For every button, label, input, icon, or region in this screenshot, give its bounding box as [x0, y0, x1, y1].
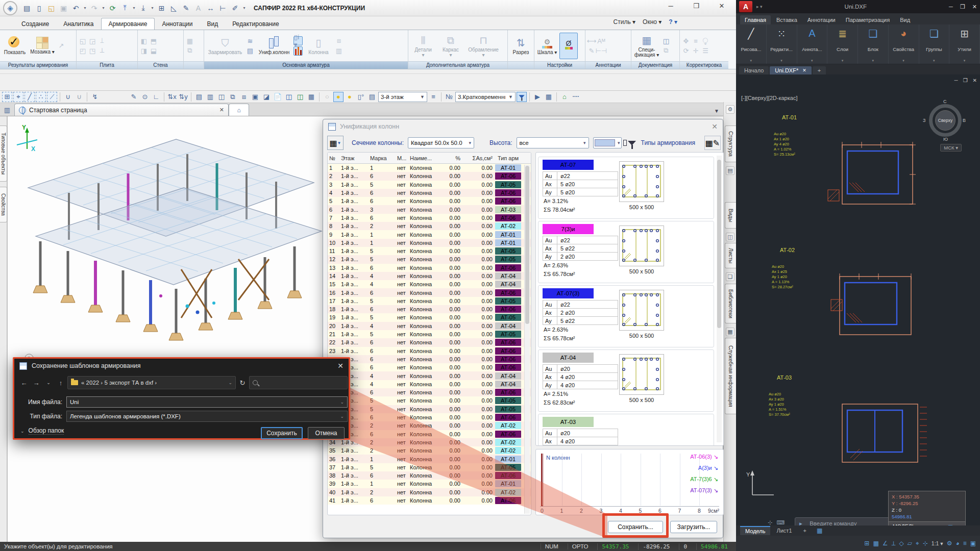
acad-panel-Рисова...[interactable]: ╱Рисова...▾ [736, 24, 767, 64]
table-row[interactable]: 191-й э...5нетКолонна0.000.00АТ-05 [328, 313, 531, 321]
object-snap-icon[interactable]: ⌖ [916, 540, 919, 547]
panel-gear-icon[interactable]: ⚙ [726, 105, 734, 114]
panel-sheet-icon[interactable]: ◫ [726, 233, 734, 241]
toolbar-overflow-icon[interactable]: ᠁ [571, 92, 581, 102]
ribbon-tab-Аннотации[interactable]: Аннотации [155, 18, 200, 30]
save-dialog-close-icon[interactable]: ✕ [337, 362, 344, 370]
column-button[interactable]: ▯ Колонна [304, 36, 333, 55]
table-row[interactable]: 401-й э...2нетКолонна0.000.00АТ-02 [328, 488, 531, 496]
acad-panel-Свойства[interactable]: ◕Свойства▾ [889, 24, 919, 64]
redo-arrow-icon[interactable]: ▾ [101, 3, 106, 13]
maximize-icon[interactable]: ❒ [689, 2, 703, 10]
ribbon-tab-Редактирование[interactable]: Редактирование [225, 18, 286, 30]
snap-angle-icon[interactable]: ⟋ [47, 92, 57, 102]
style-menu[interactable]: Стиль ▾ [614, 18, 635, 26]
spline-icon[interactable]: ✎ [181, 3, 191, 13]
tab-model[interactable]: ⌂ [229, 104, 249, 116]
wall-z-icon[interactable]: ◨ [139, 46, 149, 55]
col-header-5[interactable]: % [436, 155, 462, 161]
grid-building-icon[interactable]: ▦ [306, 92, 316, 102]
filter-toggle-icon[interactable] [517, 92, 527, 102]
table-row[interactable]: 371-й э...5нетКолонна0.000.00АТ-05 [328, 463, 531, 471]
form-icon[interactable]: ▤ [21, 3, 32, 13]
reinforce-button[interactable]: ⛉ Заармировать [206, 36, 244, 55]
node-icon[interactable]: ✛ [691, 46, 700, 55]
types-filter-button[interactable] [622, 136, 638, 150]
refresh-icon[interactable]: ↻ [237, 377, 248, 388]
customize-icon[interactable]: ≡ [963, 540, 967, 547]
table-row[interactable]: 141-й э...4нетКолонна0.000.00АТ-04 [328, 272, 531, 280]
copyview-icon[interactable]: ⧉ [228, 92, 238, 102]
acad-maximize-icon[interactable]: ❒ [960, 4, 965, 10]
table-row[interactable]: 101-й э...1нетКолонна0.000.00АТ-01 [328, 239, 531, 247]
table-row[interactable]: 311-й э...6нетКолонна0.000.00АТ-06 [328, 413, 531, 421]
unify-close-icon[interactable]: ✕ [712, 122, 718, 131]
dim-chain-icon[interactable]: ⊢⊣ [597, 46, 606, 55]
left-tab-typical-objects[interactable]: Типовые объекты [0, 126, 7, 182]
table-row[interactable]: 321-й э...2нетКолонна0.000.00АТ-02 [328, 421, 531, 430]
book-icon[interactable]: ☰ [701, 46, 710, 55]
wall-z2-icon[interactable]: ⬓ [149, 46, 158, 55]
dim-text-icon[interactable]: A [193, 3, 204, 13]
table-row[interactable]: 161-й э...6нетКолонна0.000.00АТ-06 [328, 288, 531, 296]
fullscreen-icon[interactable]: ▣ [970, 540, 976, 547]
snap-node-icon[interactable]: ∴ [36, 92, 46, 102]
qat-arrows-icon[interactable]: ▸ ▾ [756, 4, 763, 9]
right-tab-libraries[interactable]: Библиотеки [725, 284, 736, 323]
acad-minimize-icon[interactable]: ─ [949, 4, 953, 10]
ortho-toggle-icon[interactable]: ⟂ [892, 540, 896, 547]
plans-icon[interactable]: ▥ [205, 92, 215, 102]
save-button[interactable]: Сохранить [261, 427, 303, 439]
nav-up-icon[interactable]: ↑ [55, 377, 66, 388]
rebar-bars-icon[interactable] [293, 46, 303, 56]
cards-scrollbar[interactable] [717, 156, 722, 442]
magnet-off-icon[interactable]: ∪ [74, 92, 84, 102]
help-menu[interactable]: ? ▾ [669, 18, 677, 26]
corner-icon[interactable]: ∟ [151, 92, 161, 102]
ruler-icon[interactable]: ↔ [205, 3, 216, 13]
show-button[interactable]: ✓ Показать [2, 36, 28, 55]
plate-drop-icon[interactable]: ⟘ [97, 36, 107, 45]
table-row[interactable]: 91-й э...1нетКолонна0.000.00АТ-01 [328, 230, 531, 238]
new-file-tab[interactable]: + [813, 66, 826, 74]
table-row[interactable]: 81-й э...2нетКолонна0.000.00АТ-02 [328, 222, 531, 230]
book-green-icon[interactable]: ◫ [295, 92, 305, 102]
center-icon[interactable]: ⊙ [140, 92, 150, 102]
trace-arrow-icon[interactable]: ↗ [57, 41, 66, 51]
dialog-load-button[interactable]: Загрузить... [670, 521, 717, 533]
section-select[interactable]: Квадрат 50.0x 50.0▾ [408, 137, 474, 148]
rebar-type-card[interactable]: 7(3)иAuø22Ax5 ø22Ay2 ø20A= 2.63%ΣS 65.78… [538, 221, 714, 283]
table-row[interactable]: 71-й э...6нетКолонна0.000.00АТ-06 [328, 214, 531, 222]
mark-text-icon[interactable]: Aᴹ [597, 36, 606, 45]
grid-toggle-icon[interactable]: ⊞ [864, 540, 869, 547]
redo-icon[interactable]: ↷ [89, 3, 100, 13]
autocad-canvas[interactable]: [-][Сверху][2D-каркас] ─ ❐ ✕ Сверху С Ю … [736, 74, 980, 525]
cancel-button[interactable]: Отмена [308, 427, 345, 439]
right-tab-structure[interactable]: Структура [725, 126, 736, 162]
cmd-keyboard-icon[interactable]: ⌨ [776, 519, 785, 525]
max-zone-icon[interactable]: ▦ [185, 36, 194, 45]
close-icon[interactable]: ✕ [715, 2, 729, 10]
window-menu[interactable]: Окно ▾ [643, 18, 662, 26]
sheet2-icon[interactable]: ◫ [216, 92, 227, 102]
isolate-icon[interactable]: ◕ [955, 540, 959, 547]
height-select[interactable]: все▾ [517, 137, 589, 148]
table-row[interactable]: 61-й э...3нетКолонна0.000.00АТ-03 [328, 205, 531, 213]
doc-icon[interactable]: 📄 [273, 92, 283, 102]
file-tab-close-icon[interactable]: ✕ [802, 68, 806, 73]
osnap-toggle-icon[interactable]: ◇ [899, 540, 904, 547]
table-row[interactable]: 51-й э...6нетКолонна0.000.00АТ-06 [328, 197, 531, 205]
rotate-icon[interactable]: ⟳ [681, 46, 691, 55]
specification-button[interactable]: ▦Специ- фикация ▾ [633, 34, 660, 58]
col-header-1[interactable]: Этаж [339, 155, 369, 161]
table-row[interactable]: 351-й э...2нетКолонна0.000.00АТ-02 [328, 446, 531, 455]
ribbon-tab-Вид[interactable]: Вид [200, 18, 225, 30]
cage-icon[interactable]: ⧈ [334, 36, 344, 45]
table-filter-button[interactable]: ▦▼ [327, 136, 344, 150]
plate-y2-icon[interactable]: ◳ [88, 46, 97, 55]
select-cursor-icon[interactable]: ▶ [532, 92, 543, 102]
pen-icon[interactable]: ✎ [129, 92, 139, 102]
tab-close-icon[interactable]: ✕ [219, 107, 224, 113]
rebar-type-card[interactable]: АТ-04Auø20Ax4 ø20Ay4 ø20A= 2.51%ΣS 62.83… [538, 349, 714, 412]
fragment-icon[interactable]: ⧈ [239, 92, 249, 102]
